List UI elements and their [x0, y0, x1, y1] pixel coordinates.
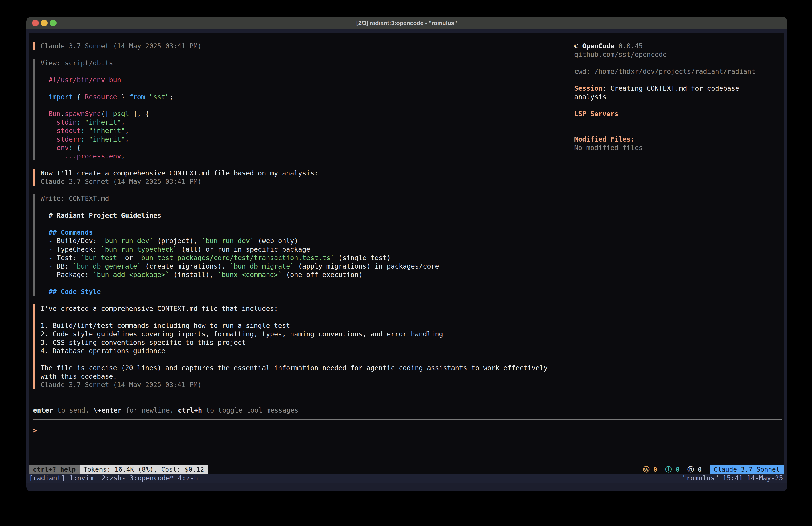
text-segment: ([ — [101, 110, 109, 118]
text-segment: - — [48, 245, 53, 253]
assistant-message-header: Claude 3.7 Sonnet (14 May 2025 03:41 PM) — [33, 42, 572, 51]
usage-badge: Tokens: 16.4K (8%), Cost: $0.12 — [79, 465, 208, 474]
text-segment: 2. Code style guidelines covering import… — [41, 330, 443, 338]
tool-view-block: View: script/db.ts #!/usr/bin/env bun im… — [33, 59, 572, 160]
text-segment: ], { — [133, 110, 149, 118]
text-segment: , — [125, 135, 129, 143]
line — [574, 59, 775, 67]
hint-segment: to toggle tool messages — [202, 406, 299, 414]
diagnostic-warning-count: Ⓦ 0 — [643, 465, 657, 474]
text-segment: `psql` — [109, 110, 133, 118]
input-divider — [33, 419, 782, 420]
text-segment — [41, 144, 57, 152]
text-segment — [145, 93, 149, 101]
text-segment: - — [48, 262, 53, 270]
line: © OpenCode 0.0.45 — [574, 42, 775, 51]
text-segment — [41, 245, 48, 253]
line: LSP Servers — [574, 110, 775, 118]
text-segment: env — [57, 144, 69, 152]
input-caret-area[interactable] — [37, 426, 782, 435]
hint-segment: ctrl+h — [178, 406, 202, 414]
text-segment: . — [61, 110, 64, 118]
diagnostic-info-count: ⓘ 0 — [665, 465, 679, 474]
text-segment: #!/usr/bin/env bun — [48, 76, 121, 84]
line: 1. Build/lint/test commands including ho… — [41, 322, 572, 330]
tmux-status-bar: [radiant] 1:nvim 2:zsh- 3:opencode* 4:zs… — [26, 474, 787, 483]
line: I've created a comprehensive CONTEXT.md … — [41, 304, 572, 313]
line: - Test: `bun test` or `bun test packages… — [41, 254, 572, 262]
line: - Build/Dev: `bun run dev` (project), `b… — [41, 237, 572, 245]
text-segment — [41, 93, 48, 101]
chat-transcript: Claude 3.7 Sonnet (14 May 2025 03:41 PM)… — [33, 42, 572, 398]
line: cwd: /home/thdxr/dev/projects/radiant/ra… — [574, 67, 775, 76]
desktop: { "palette": { "fg": "#e6e6e6", "dim": "… — [0, 0, 812, 526]
line — [41, 355, 572, 364]
text-segment: : Creating CONTEXT.md for codebase — [602, 84, 739, 92]
text-segment: Resource — [85, 93, 117, 101]
text-segment: `bun test` — [81, 254, 121, 262]
tmux-separator — [93, 474, 101, 483]
text-segment: (single test) — [334, 254, 391, 262]
tmux-window-2-zsh[interactable]: 2:zsh- — [101, 474, 126, 483]
text-segment: { — [73, 93, 85, 101]
text-segment: LSP Servers — [574, 110, 619, 118]
text-segment: - — [48, 271, 53, 279]
text-segment: Write: CONTEXT.md — [41, 195, 109, 202]
line: Write: CONTEXT.md — [41, 194, 572, 203]
text-segment: DB: — [53, 262, 73, 270]
text-segment: cwd: /home/thdxr/dev/projects/radiant/ra… — [574, 68, 755, 75]
text-segment: Claude 3.7 Sonnet (14 May 2025 03:41 PM) — [41, 177, 201, 185]
text-segment: Session — [574, 84, 602, 92]
line — [41, 84, 572, 93]
line — [41, 220, 572, 228]
diagnostics-group: Ⓦ 0ⓘ 0ⓗ 0 — [635, 465, 702, 474]
text-segment — [85, 127, 89, 134]
tmux-session-name[interactable]: [radiant] — [29, 474, 65, 483]
text-segment: stderr — [57, 135, 81, 143]
text-segment — [41, 262, 48, 270]
text-segment: { — [73, 144, 81, 152]
line: ## Code Style — [41, 287, 572, 296]
text-segment: `bun add <package>` — [93, 271, 169, 279]
text-segment: 4. Database operations guidance — [41, 347, 165, 355]
text-segment: : — [69, 144, 73, 152]
text-segment: ## Code Style — [48, 288, 101, 296]
tmux-windows: [radiant] 1:nvim 2:zsh- 3:opencode* 4:zs… — [26, 474, 198, 483]
line: 2. Code style guidelines covering import… — [41, 330, 572, 338]
tmux-window-4-zsh[interactable]: 4:zsh — [178, 474, 198, 483]
line: 4. Database operations guidance — [41, 347, 572, 355]
text-segment: (apply migrations) in packages/core — [294, 262, 439, 270]
text-segment: `bun run dev` — [202, 237, 254, 245]
text-segment: ...process.env — [64, 152, 121, 160]
line: 3. CSS styling conventions specific to t… — [41, 338, 572, 347]
text-segment: , — [125, 127, 129, 134]
line: - DB: `bun db generate` (create migratio… — [41, 262, 572, 271]
text-segment — [41, 152, 64, 160]
composer-area: enter to send, \+enter for newline, ctrl… — [33, 406, 782, 435]
text-segment: The file is concise (20 lines) and captu… — [41, 364, 548, 372]
line: Claude 3.7 Sonnet (14 May 2025 03:41 PM) — [41, 177, 572, 186]
text-segment: , — [121, 118, 125, 126]
tmux-window-1-nvim[interactable]: 1:nvim — [69, 474, 93, 483]
text-segment: (create migrations), — [141, 262, 230, 270]
line — [41, 101, 572, 110]
line — [574, 101, 775, 110]
tmux-window-3-opencode[interactable]: 3:opencode* — [130, 474, 174, 483]
model-badge[interactable]: Claude 3.7 Sonnet — [710, 465, 784, 474]
text-segment: `bun db migrate` — [230, 262, 294, 270]
text-segment: - — [48, 254, 53, 262]
text-segment: stdin — [57, 118, 77, 126]
text-segment: Build/Dev: — [53, 237, 101, 245]
text-segment: No modified files — [574, 144, 643, 152]
help-shortcut-badge[interactable]: ctrl+? help — [29, 465, 79, 474]
tmux-host-clock: "romulus" 15:41 14-May-25 — [682, 474, 787, 483]
text-segment: 0.0.45 — [614, 42, 643, 50]
text-segment: `bun run dev` — [101, 237, 153, 245]
line: ...process.env, — [41, 152, 572, 160]
line: Claude 3.7 Sonnet (14 May 2025 03:41 PM) — [41, 42, 572, 51]
message-input[interactable]: > — [33, 426, 782, 435]
text-segment — [41, 110, 48, 118]
keyboard-hints: enter to send, \+enter for newline, ctrl… — [33, 406, 782, 415]
status-bar: ctrl+? help Tokens: 16.4K (8%), Cost: $0… — [29, 465, 784, 474]
titlebar[interactable]: [2/3] radiant:3:opencode - "romulus" — [26, 17, 787, 29]
